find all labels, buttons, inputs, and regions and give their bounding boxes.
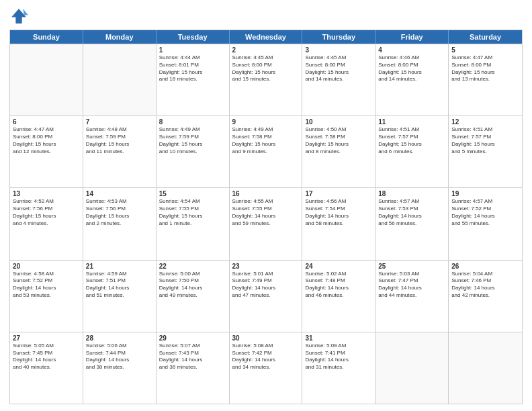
day-number: 13	[13, 190, 80, 197]
table-row: 10Sunrise: 4:50 AMSunset: 7:58 PMDayligh…	[302, 116, 375, 187]
day-number: 9	[232, 118, 300, 126]
table-row: 30Sunrise: 5:08 AMSunset: 7:42 PMDayligh…	[230, 332, 303, 404]
table-row: 6Sunrise: 4:47 AMSunset: 8:00 PMDaylight…	[10, 116, 83, 187]
day-number: 25	[378, 263, 445, 270]
day-number: 14	[86, 190, 153, 197]
day-number: 7	[86, 118, 153, 126]
table-row	[83, 44, 157, 116]
table-row: 28Sunrise: 5:06 AMSunset: 7:44 PMDayligh…	[83, 332, 157, 404]
table-row: 22Sunrise: 5:00 AMSunset: 7:50 PMDayligh…	[157, 261, 230, 332]
table-row: 29Sunrise: 5:07 AMSunset: 7:43 PMDayligh…	[157, 332, 230, 404]
cell-info: Sunrise: 4:54 AMSunset: 7:55 PMDaylight:…	[159, 198, 226, 227]
logo	[9, 7, 31, 26]
table-row: 14Sunrise: 4:53 AMSunset: 7:56 PMDayligh…	[83, 188, 157, 259]
day-number: 26	[451, 263, 519, 270]
cell-info: Sunrise: 4:45 AMSunset: 8:00 PMDaylight:…	[232, 54, 300, 83]
table-row: 5Sunrise: 4:47 AMSunset: 8:00 PMDaylight…	[449, 44, 522, 116]
cell-info: Sunrise: 5:02 AMSunset: 7:48 PMDaylight:…	[305, 271, 372, 300]
table-row	[449, 332, 522, 404]
table-row: 25Sunrise: 5:03 AMSunset: 7:47 PMDayligh…	[375, 261, 449, 332]
table-row: 21Sunrise: 4:59 AMSunset: 7:51 PMDayligh…	[83, 261, 157, 332]
table-row	[10, 44, 83, 116]
day-number: 19	[451, 190, 519, 197]
header-day-thursday: Thursday	[302, 30, 375, 44]
week-row-2: 6Sunrise: 4:47 AMSunset: 8:00 PMDaylight…	[10, 116, 522, 187]
day-number: 3	[305, 46, 372, 54]
table-row	[375, 332, 449, 404]
calendar: SundayMondayTuesdayWednesdayThursdayFrid…	[9, 30, 523, 404]
day-number: 4	[378, 46, 445, 54]
cell-info: Sunrise: 5:09 AMSunset: 7:41 PMDaylight:…	[305, 342, 372, 371]
day-number: 20	[13, 263, 80, 270]
table-row: 12Sunrise: 4:51 AMSunset: 7:57 PMDayligh…	[449, 116, 522, 187]
table-row: 20Sunrise: 4:58 AMSunset: 7:52 PMDayligh…	[10, 261, 83, 332]
table-row: 17Sunrise: 4:56 AMSunset: 7:54 PMDayligh…	[302, 188, 375, 259]
day-number: 21	[86, 263, 153, 270]
day-number: 17	[305, 190, 372, 197]
day-number: 24	[305, 263, 372, 270]
cell-info: Sunrise: 4:44 AMSunset: 8:01 PMDaylight:…	[159, 54, 226, 83]
cell-info: Sunrise: 4:50 AMSunset: 7:58 PMDaylight:…	[305, 126, 372, 155]
day-number: 15	[159, 190, 226, 197]
cell-info: Sunrise: 5:08 AMSunset: 7:42 PMDaylight:…	[232, 342, 300, 371]
cell-info: Sunrise: 4:58 AMSunset: 7:52 PMDaylight:…	[13, 271, 80, 300]
cell-info: Sunrise: 5:05 AMSunset: 7:45 PMDaylight:…	[13, 342, 80, 371]
table-row: 19Sunrise: 4:57 AMSunset: 7:52 PMDayligh…	[449, 188, 522, 259]
cell-info: Sunrise: 5:07 AMSunset: 7:43 PMDaylight:…	[159, 342, 226, 371]
cell-info: Sunrise: 4:57 AMSunset: 7:52 PMDaylight:…	[451, 198, 519, 227]
header-day-sunday: Sunday	[10, 30, 83, 44]
table-row: 13Sunrise: 4:52 AMSunset: 7:56 PMDayligh…	[10, 188, 83, 259]
day-number: 16	[232, 190, 300, 197]
header-day-tuesday: Tuesday	[157, 30, 230, 44]
day-number: 2	[232, 46, 300, 54]
day-number: 30	[232, 334, 300, 342]
cell-info: Sunrise: 4:52 AMSunset: 7:56 PMDaylight:…	[13, 198, 80, 227]
day-number: 29	[159, 334, 226, 342]
cell-info: Sunrise: 4:59 AMSunset: 7:51 PMDaylight:…	[86, 271, 153, 300]
cell-info: Sunrise: 4:48 AMSunset: 7:59 PMDaylight:…	[86, 126, 153, 155]
day-number: 31	[305, 334, 372, 342]
table-row: 31Sunrise: 5:09 AMSunset: 7:41 PMDayligh…	[302, 332, 375, 404]
table-row: 11Sunrise: 4:51 AMSunset: 7:57 PMDayligh…	[375, 116, 449, 187]
table-row: 23Sunrise: 5:01 AMSunset: 7:49 PMDayligh…	[230, 261, 303, 332]
table-row: 1Sunrise: 4:44 AMSunset: 8:01 PMDaylight…	[157, 44, 230, 116]
header-day-wednesday: Wednesday	[230, 30, 303, 44]
table-row: 15Sunrise: 4:54 AMSunset: 7:55 PMDayligh…	[157, 188, 230, 259]
day-number: 12	[451, 118, 519, 126]
day-number: 5	[451, 46, 519, 54]
day-number: 23	[232, 263, 300, 270]
day-number: 10	[305, 118, 372, 126]
table-row: 9Sunrise: 4:49 AMSunset: 7:58 PMDaylight…	[230, 116, 303, 187]
cell-info: Sunrise: 4:46 AMSunset: 8:00 PMDaylight:…	[378, 54, 445, 83]
table-row: 3Sunrise: 4:45 AMSunset: 8:00 PMDaylight…	[302, 44, 375, 116]
day-number: 22	[159, 263, 226, 270]
week-row-5: 27Sunrise: 5:05 AMSunset: 7:45 PMDayligh…	[10, 332, 522, 404]
table-row: 24Sunrise: 5:02 AMSunset: 7:48 PMDayligh…	[302, 261, 375, 332]
svg-marker-1	[23, 9, 28, 15]
cell-info: Sunrise: 4:49 AMSunset: 7:58 PMDaylight:…	[232, 126, 300, 155]
cell-info: Sunrise: 5:04 AMSunset: 7:46 PMDaylight:…	[451, 271, 519, 300]
day-number: 28	[86, 334, 153, 342]
page: SundayMondayTuesdayWednesdayThursdayFrid…	[0, 0, 532, 411]
table-row: 26Sunrise: 5:04 AMSunset: 7:46 PMDayligh…	[449, 261, 522, 332]
day-number: 11	[378, 118, 445, 126]
table-row: 4Sunrise: 4:46 AMSunset: 8:00 PMDaylight…	[375, 44, 449, 116]
cell-info: Sunrise: 4:45 AMSunset: 8:00 PMDaylight:…	[305, 54, 372, 83]
day-number: 8	[159, 118, 226, 126]
cell-info: Sunrise: 4:51 AMSunset: 7:57 PMDaylight:…	[378, 126, 445, 155]
day-number: 27	[13, 334, 80, 342]
header-day-friday: Friday	[375, 30, 449, 44]
calendar-body: 1Sunrise: 4:44 AMSunset: 8:01 PMDaylight…	[10, 44, 522, 404]
header	[9, 7, 523, 26]
cell-info: Sunrise: 4:51 AMSunset: 7:57 PMDaylight:…	[451, 126, 519, 155]
table-row: 7Sunrise: 4:48 AMSunset: 7:59 PMDaylight…	[83, 116, 157, 187]
table-row: 16Sunrise: 4:55 AMSunset: 7:55 PMDayligh…	[230, 188, 303, 259]
week-row-4: 20Sunrise: 4:58 AMSunset: 7:52 PMDayligh…	[10, 260, 522, 332]
day-number: 6	[13, 118, 80, 126]
day-number: 1	[159, 46, 226, 54]
cell-info: Sunrise: 4:47 AMSunset: 8:00 PMDaylight:…	[13, 126, 80, 155]
calendar-header: SundayMondayTuesdayWednesdayThursdayFrid…	[10, 30, 522, 44]
table-row: 27Sunrise: 5:05 AMSunset: 7:45 PMDayligh…	[10, 332, 83, 404]
cell-info: Sunrise: 4:57 AMSunset: 7:53 PMDaylight:…	[378, 198, 445, 227]
cell-info: Sunrise: 5:01 AMSunset: 7:49 PMDaylight:…	[232, 271, 300, 300]
